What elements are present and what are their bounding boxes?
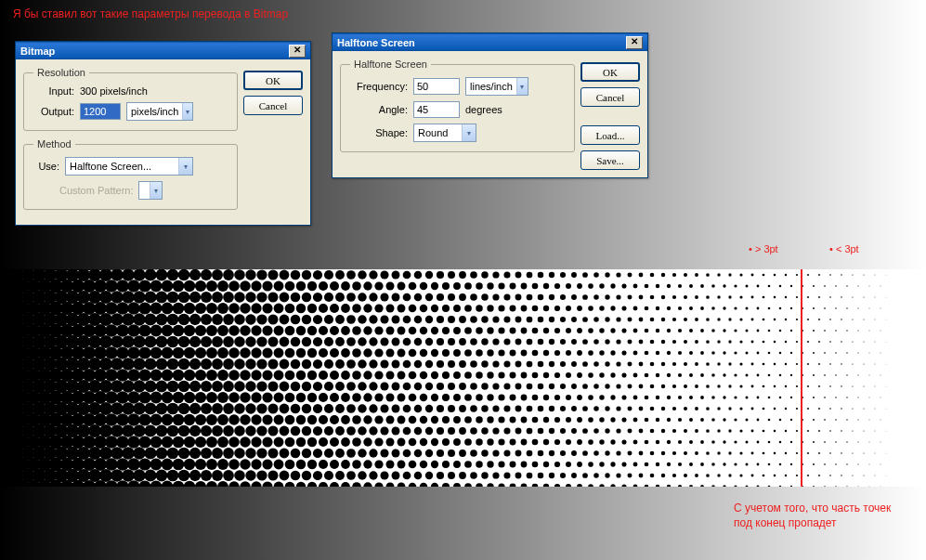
pattern-label: Custom Pattern: (59, 185, 133, 196)
angle-units: degrees (465, 104, 502, 115)
chevron-down-icon: ▾ (150, 182, 162, 199)
bitmap-dialog: Bitmap ✕ Resolution Input: 300 pixels/in… (15, 41, 311, 226)
output-units-value: pixels/inch (127, 106, 182, 117)
use-label: Use: (33, 161, 59, 172)
input-label: Input: (33, 85, 74, 97)
top-annotation: Я бы ставил вот такие параметры перевода… (13, 7, 288, 22)
threshold-marker-line (801, 269, 802, 487)
marker-less-3pt: • < 3pt (829, 243, 859, 254)
frequency-units-select[interactable]: lines/inch ▾ (465, 77, 528, 96)
frequency-input[interactable] (413, 78, 460, 95)
output-label: Output: (33, 106, 74, 117)
ok-button[interactable]: OK (243, 71, 303, 90)
output-input[interactable] (80, 103, 121, 120)
use-select[interactable]: Halftone Screen... ▾ (65, 157, 193, 176)
cancel-button[interactable]: Cancel (580, 87, 640, 107)
angle-input[interactable] (413, 101, 460, 118)
chevron-down-icon: ▾ (178, 158, 192, 175)
halftone-group: Halftone Screen Frequency: lines/inch ▾ … (340, 59, 575, 152)
close-icon[interactable]: ✕ (626, 36, 643, 49)
close-icon[interactable]: ✕ (289, 45, 306, 58)
bottom-annotation: С учетом того, что часть точек под конец… (734, 501, 891, 530)
frequency-label: Frequency: (350, 81, 408, 92)
halftone-titlebar[interactable]: Halftone Screen ✕ (333, 33, 647, 51)
method-legend: Method (33, 138, 75, 150)
halftone-preview (0, 269, 926, 487)
shape-label: Shape: (350, 127, 408, 138)
resolution-legend: Resolution (33, 67, 89, 78)
output-units-select[interactable]: pixels/inch ▾ (126, 102, 193, 121)
resolution-group: Resolution Input: 300 pixels/inch Output… (23, 67, 238, 131)
angle-label: Angle: (350, 104, 408, 115)
pattern-swatch: ▾ (138, 181, 163, 200)
halftone-dialog: Halftone Screen ✕ Halftone Screen Freque… (332, 33, 648, 178)
frequency-units-value: lines/inch (466, 81, 516, 92)
ok-button[interactable]: OK (580, 62, 640, 82)
method-group: Method Use: Halftone Screen... ▾ Custom … (23, 138, 238, 210)
halftone-title: Halftone Screen (337, 37, 415, 48)
load-button[interactable]: Load... (580, 125, 640, 145)
chevron-down-icon: ▾ (462, 124, 476, 141)
halftone-legend: Halftone Screen (350, 59, 431, 70)
save-button[interactable]: Save... (580, 150, 640, 170)
cancel-button[interactable]: Cancel (243, 96, 303, 115)
chevron-down-icon: ▾ (182, 103, 192, 120)
shape-select[interactable]: Round ▾ (413, 124, 476, 142)
shape-value: Round (414, 127, 462, 138)
chevron-down-icon: ▾ (516, 78, 528, 95)
use-value: Halftone Screen... (66, 161, 178, 172)
marker-greater-3pt: • > 3pt (749, 243, 778, 254)
input-value: 300 pixels/inch (80, 85, 148, 97)
bitmap-titlebar[interactable]: Bitmap ✕ (16, 42, 310, 59)
bitmap-title: Bitmap (20, 46, 55, 57)
